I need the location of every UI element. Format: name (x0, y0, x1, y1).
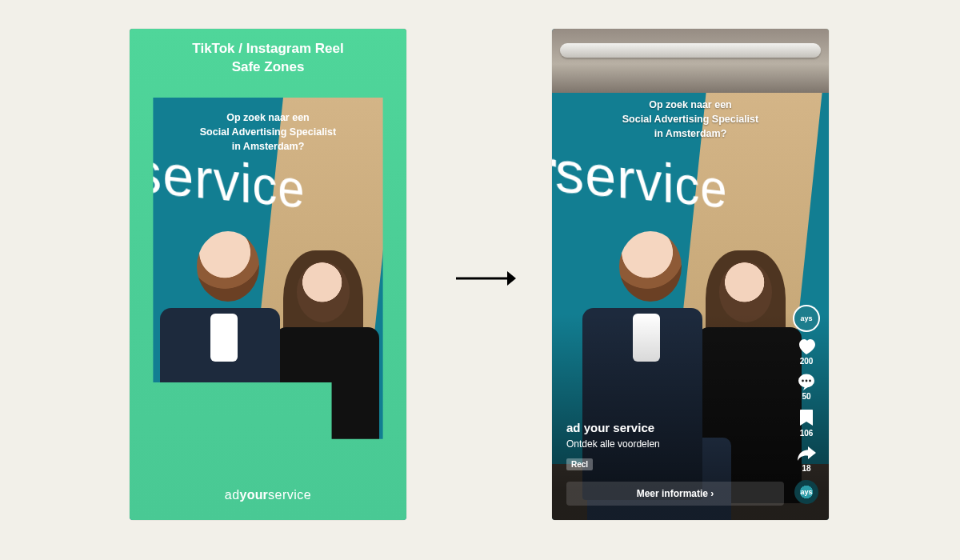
svg-point-3 (806, 380, 808, 382)
share-button[interactable]: 18 (796, 445, 817, 473)
comment-button[interactable]: 50 (797, 373, 816, 401)
hook-caption: Op zoek naar een Social Advertising Spec… (552, 98, 829, 141)
profile-avatar[interactable]: ays (794, 306, 818, 330)
svg-point-4 (809, 380, 811, 382)
share-icon (796, 445, 817, 462)
account-name[interactable]: ad your service (566, 421, 660, 434)
sound-disc[interactable]: ays (794, 480, 818, 504)
brand-wordmark: adyourservice (130, 488, 406, 502)
comment-count: 50 (802, 392, 810, 401)
hook-caption: Op zoek naar een Social Advertising Spec… (130, 110, 406, 154)
save-button[interactable]: 106 (798, 408, 814, 438)
bookmark-icon (798, 408, 814, 427)
arrow-right-icon (454, 269, 517, 288)
tiktok-preview-card: rservice Op zoek naar een Social Adverti… (552, 29, 829, 520)
like-button[interactable]: 200 (797, 338, 816, 366)
cta-button[interactable]: Meer informatie (566, 482, 784, 506)
video-subtitle: Ontdek alle voordelen (566, 438, 660, 450)
card-title: TikTok / Instagram Reel Safe Zones (130, 40, 406, 77)
share-count: 18 (802, 464, 810, 473)
save-count: 106 (800, 429, 814, 438)
card-title-line1: TikTok / Instagram Reel (192, 41, 343, 56)
heart-icon (797, 338, 816, 355)
like-count: 200 (800, 357, 814, 366)
card-title-line2: Safe Zones (232, 59, 305, 74)
svg-point-2 (802, 380, 804, 382)
safezone-card: rservice TikTok / Instagram Reel Safe Zo… (130, 29, 406, 520)
ad-tag: Recl (566, 458, 593, 470)
action-rail: ays 200 50 106 18 ays (789, 306, 824, 504)
comment-icon (797, 373, 816, 390)
